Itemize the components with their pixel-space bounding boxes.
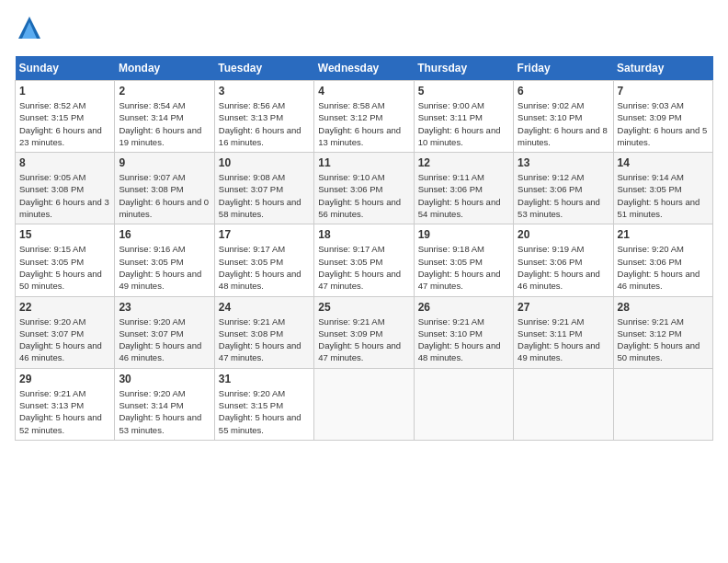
day-number: 5 (418, 85, 509, 98)
day-cell (314, 368, 414, 440)
day-info: Sunrise: 9:11 AM Sunset: 3:06 PM Dayligh… (418, 171, 509, 220)
week-row-4: 22 Sunrise: 9:20 AM Sunset: 3:07 PM Dayl… (16, 296, 713, 368)
day-info: Sunrise: 9:21 AM Sunset: 3:13 PM Dayligh… (19, 387, 110, 436)
day-number: 7 (618, 85, 709, 98)
weekday-header-friday: Friday (514, 56, 613, 81)
day-info: Sunrise: 9:20 AM Sunset: 3:15 PM Dayligh… (219, 387, 310, 436)
day-cell: 7 Sunrise: 9:03 AM Sunset: 3:09 PM Dayli… (613, 81, 712, 153)
weekday-header-tuesday: Tuesday (214, 56, 313, 81)
day-info: Sunrise: 9:21 AM Sunset: 3:09 PM Dayligh… (318, 316, 409, 364)
day-info: Sunrise: 9:21 AM Sunset: 3:10 PM Dayligh… (418, 316, 509, 364)
day-info: Sunrise: 9:20 AM Sunset: 3:14 PM Dayligh… (119, 387, 210, 436)
day-number: 18 (318, 228, 409, 241)
day-info: Sunrise: 9:16 AM Sunset: 3:05 PM Dayligh… (119, 243, 210, 292)
day-number: 21 (618, 228, 709, 241)
day-cell: 13 Sunrise: 9:12 AM Sunset: 3:06 PM Dayl… (514, 153, 613, 224)
day-cell: 11 Sunrise: 9:10 AM Sunset: 3:06 PM Dayl… (314, 153, 414, 224)
day-info: Sunrise: 9:17 AM Sunset: 3:05 PM Dayligh… (219, 243, 310, 292)
day-number: 15 (19, 228, 110, 241)
day-info: Sunrise: 9:07 AM Sunset: 3:08 PM Dayligh… (119, 171, 210, 220)
day-cell: 16 Sunrise: 9:16 AM Sunset: 3:05 PM Dayl… (115, 224, 214, 296)
day-number: 27 (518, 301, 609, 314)
day-number: 10 (219, 156, 310, 169)
day-cell: 14 Sunrise: 9:14 AM Sunset: 3:05 PM Dayl… (613, 153, 712, 224)
day-info: Sunrise: 9:00 AM Sunset: 3:11 PM Dayligh… (418, 99, 509, 148)
day-info: Sunrise: 9:03 AM Sunset: 3:09 PM Dayligh… (618, 99, 709, 148)
day-info: Sunrise: 9:20 AM Sunset: 3:06 PM Dayligh… (618, 243, 709, 292)
day-cell (514, 368, 613, 440)
week-row-2: 8 Sunrise: 9:05 AM Sunset: 3:08 PM Dayli… (16, 153, 713, 224)
day-number: 30 (119, 373, 210, 385)
day-number: 14 (618, 156, 709, 169)
day-cell: 9 Sunrise: 9:07 AM Sunset: 3:08 PM Dayli… (115, 153, 214, 224)
day-number: 28 (618, 301, 709, 314)
day-number: 8 (19, 156, 110, 169)
day-info: Sunrise: 9:21 AM Sunset: 3:08 PM Dayligh… (219, 316, 310, 364)
weekday-header-thursday: Thursday (414, 56, 513, 81)
day-number: 6 (518, 85, 609, 98)
day-cell: 22 Sunrise: 9:20 AM Sunset: 3:07 PM Dayl… (16, 296, 115, 368)
day-info: Sunrise: 9:20 AM Sunset: 3:07 PM Dayligh… (119, 316, 210, 364)
day-cell: 27 Sunrise: 9:21 AM Sunset: 3:11 PM Dayl… (514, 296, 613, 368)
day-info: Sunrise: 9:12 AM Sunset: 3:06 PM Dayligh… (518, 171, 609, 220)
day-cell: 3 Sunrise: 8:56 AM Sunset: 3:13 PM Dayli… (214, 81, 313, 153)
day-info: Sunrise: 9:14 AM Sunset: 3:05 PM Dayligh… (618, 171, 709, 220)
day-cell: 1 Sunrise: 8:52 AM Sunset: 3:15 PM Dayli… (16, 81, 115, 153)
weekday-header-wednesday: Wednesday (314, 56, 414, 81)
day-info: Sunrise: 9:02 AM Sunset: 3:10 PM Dayligh… (518, 99, 609, 148)
day-number: 16 (119, 228, 210, 241)
day-cell: 30 Sunrise: 9:20 AM Sunset: 3:14 PM Dayl… (115, 368, 214, 440)
day-number: 26 (418, 301, 509, 314)
day-number: 20 (518, 228, 609, 241)
day-cell (613, 368, 712, 440)
logo (15, 15, 42, 47)
day-cell: 17 Sunrise: 9:17 AM Sunset: 3:05 PM Dayl… (214, 224, 313, 296)
logo-icon (17, 15, 42, 40)
day-info: Sunrise: 8:54 AM Sunset: 3:14 PM Dayligh… (119, 99, 210, 148)
day-info: Sunrise: 9:05 AM Sunset: 3:08 PM Dayligh… (19, 171, 110, 220)
day-info: Sunrise: 9:21 AM Sunset: 3:12 PM Dayligh… (618, 316, 709, 364)
day-number: 1 (19, 85, 110, 98)
day-cell: 20 Sunrise: 9:19 AM Sunset: 3:06 PM Dayl… (514, 224, 613, 296)
day-number: 3 (219, 85, 310, 98)
day-number: 19 (418, 228, 509, 241)
day-info: Sunrise: 8:52 AM Sunset: 3:15 PM Dayligh… (19, 99, 110, 148)
weekday-header-sunday: Sunday (16, 56, 115, 81)
day-info: Sunrise: 9:18 AM Sunset: 3:05 PM Dayligh… (418, 243, 509, 292)
day-cell: 21 Sunrise: 9:20 AM Sunset: 3:06 PM Dayl… (613, 224, 712, 296)
day-cell (414, 368, 513, 440)
day-cell: 25 Sunrise: 9:21 AM Sunset: 3:09 PM Dayl… (314, 296, 414, 368)
weekday-header-monday: Monday (115, 56, 214, 81)
day-cell: 24 Sunrise: 9:21 AM Sunset: 3:08 PM Dayl… (214, 296, 313, 368)
day-info: Sunrise: 9:21 AM Sunset: 3:11 PM Dayligh… (518, 316, 609, 364)
day-info: Sunrise: 8:56 AM Sunset: 3:13 PM Dayligh… (219, 99, 310, 148)
day-number: 24 (219, 301, 310, 314)
day-cell: 5 Sunrise: 9:00 AM Sunset: 3:11 PM Dayli… (414, 81, 513, 153)
day-number: 22 (19, 301, 110, 314)
day-info: Sunrise: 9:08 AM Sunset: 3:07 PM Dayligh… (219, 171, 310, 220)
day-info: Sunrise: 9:19 AM Sunset: 3:06 PM Dayligh… (518, 243, 609, 292)
header-row: SundayMondayTuesdayWednesdayThursdayFrid… (16, 56, 713, 81)
day-info: Sunrise: 9:15 AM Sunset: 3:05 PM Dayligh… (19, 243, 110, 292)
day-cell: 23 Sunrise: 9:20 AM Sunset: 3:07 PM Dayl… (115, 296, 214, 368)
day-info: Sunrise: 9:10 AM Sunset: 3:06 PM Dayligh… (318, 171, 409, 220)
day-cell: 4 Sunrise: 8:58 AM Sunset: 3:12 PM Dayli… (314, 81, 414, 153)
day-cell: 19 Sunrise: 9:18 AM Sunset: 3:05 PM Dayl… (414, 224, 513, 296)
day-number: 4 (318, 85, 409, 98)
week-row-5: 29 Sunrise: 9:21 AM Sunset: 3:13 PM Dayl… (16, 368, 713, 440)
day-cell: 12 Sunrise: 9:11 AM Sunset: 3:06 PM Dayl… (414, 153, 513, 224)
day-number: 31 (219, 373, 310, 385)
day-cell: 15 Sunrise: 9:15 AM Sunset: 3:05 PM Dayl… (16, 224, 115, 296)
day-cell: 10 Sunrise: 9:08 AM Sunset: 3:07 PM Dayl… (214, 153, 313, 224)
week-row-3: 15 Sunrise: 9:15 AM Sunset: 3:05 PM Dayl… (16, 224, 713, 296)
day-number: 23 (119, 301, 210, 314)
day-number: 25 (318, 301, 409, 314)
day-number: 13 (518, 156, 609, 169)
day-number: 9 (119, 156, 210, 169)
day-info: Sunrise: 9:17 AM Sunset: 3:05 PM Dayligh… (318, 243, 409, 292)
day-cell: 28 Sunrise: 9:21 AM Sunset: 3:12 PM Dayl… (613, 296, 712, 368)
day-number: 11 (318, 156, 409, 169)
weekday-header-saturday: Saturday (613, 56, 712, 81)
page-header (15, 15, 713, 47)
day-cell: 18 Sunrise: 9:17 AM Sunset: 3:05 PM Dayl… (314, 224, 414, 296)
